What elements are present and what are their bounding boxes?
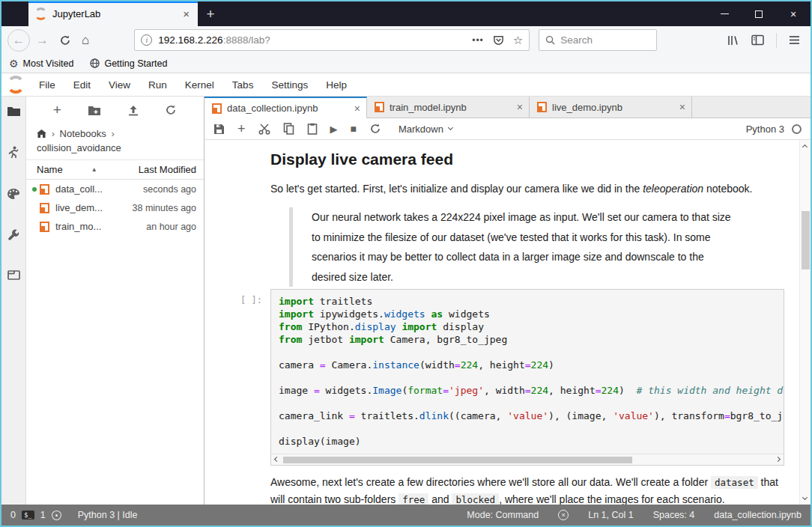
new-tab-button[interactable]: +: [198, 1, 223, 26]
home-button[interactable]: ⌂: [82, 33, 89, 48]
breadcrumb-current: collision_avoidance: [37, 142, 121, 153]
home-breadcrumb-icon[interactable]: [37, 130, 46, 138]
back-button[interactable]: ←: [7, 29, 30, 52]
menu-settings[interactable]: Settings: [262, 79, 317, 91]
vertical-scroll-thumb[interactable]: [802, 211, 810, 269]
shield-crossed-icon[interactable]: ×: [558, 510, 569, 520]
file-list-header[interactable]: Name ▲ Last Modified: [26, 160, 204, 180]
tab-close-icon[interactable]: ×: [354, 103, 360, 115]
inline-code: blocked: [452, 493, 499, 505]
forward-button[interactable]: →: [36, 33, 49, 48]
interrupt-kernel-button[interactable]: ■: [351, 123, 357, 135]
menu-file[interactable]: File: [30, 79, 64, 91]
code-line: [279, 346, 784, 359]
browser-tab-jupyterlab[interactable]: JupyterLab ×: [28, 1, 198, 26]
file-row[interactable]: train_mo...an hour ago: [26, 217, 204, 236]
menu-run[interactable]: Run: [139, 79, 176, 91]
code-editor[interactable]: import traitletsimport ipywidgets.widget…: [271, 290, 784, 448]
scroll-up-icon[interactable]: [802, 144, 808, 150]
scroll-right-icon[interactable]: [775, 457, 781, 462]
refresh-file-list-button[interactable]: [165, 104, 177, 116]
doc-tab-train_model-ipynb[interactable]: train_model.ipynb×: [367, 97, 530, 118]
tab-close-icon[interactable]: ×: [181, 7, 192, 20]
upload-button[interactable]: [128, 105, 139, 116]
file-row[interactable]: data_coll...seconds ago: [26, 180, 204, 198]
cut-cells-button[interactable]: [258, 124, 270, 135]
page-actions-icon[interactable]: •••: [472, 35, 484, 46]
code-token: display: [355, 321, 396, 332]
scroll-down-icon[interactable]: [802, 495, 808, 500]
new-launcher-button[interactable]: +: [53, 102, 61, 118]
column-last-modified[interactable]: Last Modified: [139, 164, 196, 175]
breadcrumb-notebooks[interactable]: Notebooks: [60, 128, 106, 139]
file-row[interactable]: live_dem...38 minutes ago: [26, 198, 204, 217]
kernel-name[interactable]: Python 3: [746, 124, 784, 135]
code-token: 224: [602, 385, 619, 396]
back-icon: ←: [13, 33, 25, 48]
doc-tab-live_demo-ipynb[interactable]: live_demo.ipynb×: [530, 97, 692, 118]
menu-view[interactable]: View: [100, 79, 139, 91]
menu-edit[interactable]: Edit: [64, 79, 100, 91]
close-button[interactable]: ×: [776, 1, 811, 26]
code-horizontal-scrollbar[interactable]: [271, 454, 784, 465]
doc-tab-label: train_model.ipynb: [390, 102, 467, 113]
scroll-left-icon[interactable]: [274, 457, 279, 462]
reload-button[interactable]: [59, 34, 71, 46]
tab-close-icon[interactable]: ×: [517, 101, 523, 113]
url-bar[interactable]: i 192.168.2.226 :8888/lab? ••• ☆: [134, 29, 530, 51]
property-inspector-icon[interactable]: [7, 228, 20, 241]
copy-cells-button[interactable]: [283, 123, 294, 135]
tab-close-icon[interactable]: ×: [679, 101, 685, 113]
bookmark-most-visited[interactable]: ⚙Most Visited: [9, 58, 73, 70]
restart-kernel-button[interactable]: [369, 123, 381, 135]
chevron-down-icon: [448, 125, 453, 130]
bookmark-getting-started[interactable]: Getting Started: [90, 58, 167, 69]
code-line: import traitlets: [279, 295, 784, 308]
minimize-icon: [721, 13, 729, 14]
cursor-position[interactable]: Ln 1, Col 1: [588, 510, 633, 520]
maximize-button[interactable]: [742, 1, 776, 26]
library-icon[interactable]: [727, 34, 739, 46]
menu-kernel[interactable]: Kernel: [176, 79, 223, 91]
menu-help[interactable]: Help: [317, 79, 356, 91]
pocket-icon[interactable]: [493, 34, 504, 46]
code-token: from: [279, 321, 302, 332]
command-mode-indicator[interactable]: Mode: Command: [467, 510, 539, 520]
jlab-activity-bar: [1, 97, 26, 505]
site-info-icon[interactable]: i: [141, 34, 152, 46]
notebook-file-icon: [40, 222, 49, 232]
open-tabs-icon[interactable]: [7, 269, 20, 281]
code-cell[interactable]: import traitletsimport ipywidgets.widget…: [270, 289, 784, 466]
commands-palette-icon[interactable]: [7, 188, 20, 200]
new-folder-button[interactable]: [88, 105, 101, 116]
gear-icon: ⚙: [9, 58, 19, 70]
save-button[interactable]: [213, 124, 225, 135]
code-token: 224: [531, 359, 548, 371]
doc-tab-data_collection-ipynb[interactable]: data_collection.ipynb×: [204, 97, 367, 118]
menu-tabs[interactable]: Tabs: [223, 79, 263, 91]
nav-right-icons: [727, 33, 811, 48]
spaces-indicator[interactable]: Spaces: 4: [653, 510, 695, 520]
cell-type-dropdown[interactable]: Markdown: [399, 124, 452, 135]
horizontal-scroll-thumb[interactable]: [283, 457, 632, 463]
notebook-vertical-scrollbar[interactable]: [799, 140, 811, 505]
add-cell-button[interactable]: +: [237, 121, 246, 137]
code-token: format: [407, 385, 443, 396]
minimize-button[interactable]: [707, 1, 742, 26]
inline-code: free: [399, 493, 428, 505]
sidebars-icon[interactable]: [751, 34, 764, 46]
file-browser-tab-icon[interactable]: [7, 106, 21, 118]
kernel-status-text[interactable]: Python 3 | Idle: [78, 510, 138, 520]
bookmark-star-icon[interactable]: ☆: [513, 34, 523, 47]
kernel-status-icon[interactable]: [792, 124, 802, 134]
jlab-body: + › Notebooks › collision_avoidance Name…: [1, 97, 811, 505]
search-box[interactable]: Search: [539, 29, 657, 51]
run-cell-button[interactable]: ▶: [330, 124, 338, 135]
terminal-count[interactable]: 0: [10, 510, 16, 520]
kernel-count[interactable]: 1: [40, 510, 46, 520]
paste-cells-button[interactable]: [307, 123, 318, 135]
column-name[interactable]: Name: [37, 164, 63, 175]
running-kernels-icon[interactable]: [8, 146, 19, 159]
menu-hamburger-icon[interactable]: [789, 35, 800, 45]
code-token: import: [349, 334, 384, 345]
